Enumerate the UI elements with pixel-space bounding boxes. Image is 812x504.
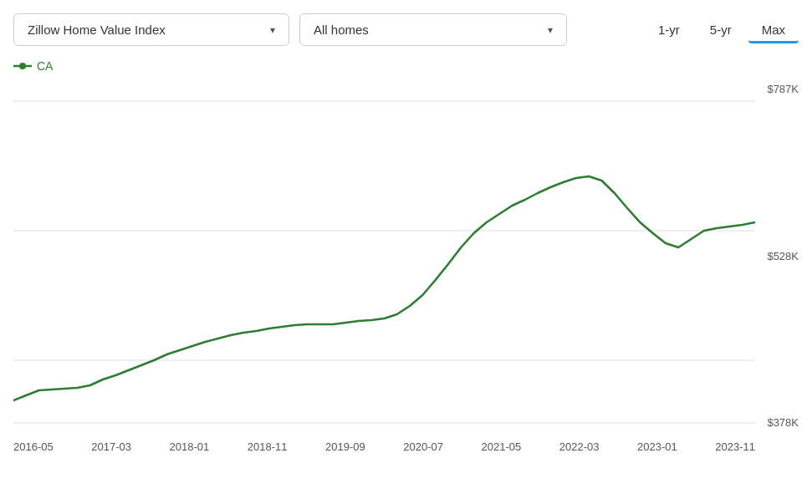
x-label-0: 2016-05 [13, 440, 54, 453]
time-btn-5yr[interactable]: 5-yr [697, 16, 745, 43]
x-label-2: 2018-01 [170, 440, 210, 453]
homes-dropdown-label: All homes [314, 23, 369, 37]
legend-ca-icon [13, 62, 32, 70]
index-dropdown[interactable]: Zillow Home Value Index ▾ [13, 13, 289, 46]
x-label-3: 2018-11 [248, 440, 288, 453]
x-label-4: 2019-09 [325, 440, 365, 453]
time-btn-max[interactable]: Max [748, 16, 799, 43]
index-dropdown-label: Zillow Home Value Index [28, 23, 166, 37]
chart-svg [13, 76, 755, 435]
legend-ca: CA [13, 59, 53, 73]
legend-ca-label: CA [37, 59, 53, 73]
chart-wrapper: $787K $528K $378K 2016-05 2017-03 2018-0… [0, 76, 812, 453]
x-label-8: 2023-01 [637, 440, 677, 453]
homes-dropdown-arrow: ▾ [548, 24, 553, 36]
x-label-1: 2017-03 [91, 440, 131, 453]
index-dropdown-arrow: ▾ [270, 24, 275, 36]
x-label-5: 2020-07 [403, 440, 443, 453]
x-labels: 2016-05 2017-03 2018-01 2018-11 2019-09 … [0, 435, 812, 453]
svg-point-1 [19, 63, 26, 69]
y-label-top: $787K [767, 83, 799, 95]
time-controls: 1-yr 5-yr Max [645, 16, 799, 43]
y-labels: $787K $528K $378K [767, 76, 799, 435]
x-label-9: 2023-11 [715, 440, 755, 453]
main-container: Zillow Home Value Index ▾ All homes ▾ 1-… [0, 0, 812, 504]
x-label-7: 2022-03 [559, 440, 600, 453]
y-label-bot: $378K [767, 416, 799, 429]
time-btn-1yr[interactable]: 1-yr [645, 16, 693, 43]
x-label-6: 2021-05 [482, 440, 522, 453]
controls-bar: Zillow Home Value Index ▾ All homes ▾ 1-… [0, 13, 812, 46]
homes-dropdown[interactable]: All homes ▾ [299, 13, 567, 46]
y-label-mid: $528K [767, 250, 799, 262]
chart-legend: CA [0, 56, 812, 76]
chart-area: $787K $528K $378K [0, 76, 812, 435]
